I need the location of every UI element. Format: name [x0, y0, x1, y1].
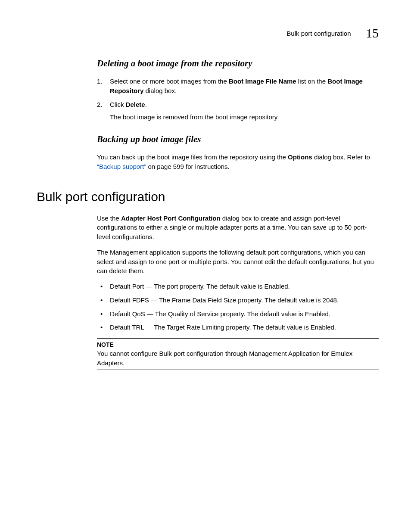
- backup-support-link[interactable]: “Backup support”: [97, 163, 146, 170]
- bulk-p1-lead: Use the: [97, 215, 121, 222]
- note-label: NOTE: [97, 340, 379, 349]
- page-content: Deleting a boot image from the repositor…: [0, 58, 411, 370]
- heading-backing-up: Backing up boot image files: [97, 134, 379, 145]
- bullet-default-qos: Default QoS — The Quality of Service pro…: [97, 309, 379, 319]
- bulk-p1-bold: Adapter Host Port Configuration: [121, 215, 221, 222]
- step2-result: The boot image is removed from the boot …: [110, 112, 379, 122]
- bulk-paragraph-1: Use the Adapter Host Port Configuration …: [97, 214, 379, 242]
- step2-text-lead: Click: [110, 101, 126, 108]
- step1-bold-1: Boot Image File Name: [229, 78, 296, 85]
- heading-bulk-port-configuration: Bulk port configuration: [37, 190, 379, 204]
- step1-text-lead: Select one or more boot images from the: [110, 78, 229, 85]
- deleting-step-2: Click Delete. The boot image is removed …: [97, 100, 379, 122]
- note-body: You cannot configure Bulk port configura…: [97, 349, 379, 368]
- backup-paragraph: You can back up the boot image files fro…: [97, 152, 379, 171]
- backup-para-lead: You can back up the boot image files fro…: [97, 153, 288, 161]
- deleting-step-1: Select one or more boot images from the …: [97, 77, 379, 96]
- step1-text-mid: list on the: [296, 78, 328, 85]
- running-header-chapter-number: 15: [366, 26, 379, 40]
- running-header-label: Bulk port configuration: [286, 30, 351, 37]
- running-header: Bulk port configuration 15: [0, 26, 411, 40]
- bulk-bullet-list: Default Port — The port property. The de…: [97, 282, 379, 332]
- note-block: NOTE You cannot configure Bulk port conf…: [97, 338, 379, 370]
- bullet-default-port: Default Port — The port property. The de…: [97, 282, 379, 291]
- bulk-paragraph-2: The Management application supports the …: [97, 248, 379, 276]
- backup-para-tail: on page 599 for instructions.: [146, 163, 229, 170]
- deleting-steps-list: Select one or more boot images from the …: [97, 77, 379, 122]
- bullet-default-fdfs: Default FDFS — The Frame Data Field Size…: [97, 296, 379, 305]
- step1-text-tail: dialog box.: [143, 87, 177, 94]
- backup-para-bold: Options: [288, 153, 312, 161]
- heading-deleting-boot-image: Deleting a boot image from the repositor…: [97, 58, 379, 69]
- step2-text-tail: .: [145, 101, 147, 108]
- step2-bold: Delete: [126, 101, 145, 108]
- page: Bulk port configuration 15 Deleting a bo…: [0, 0, 411, 532]
- backup-para-mid: dialog box. Refer to: [312, 153, 370, 161]
- bullet-default-trl: Default TRL — The Target Rate Limiting p…: [97, 323, 379, 332]
